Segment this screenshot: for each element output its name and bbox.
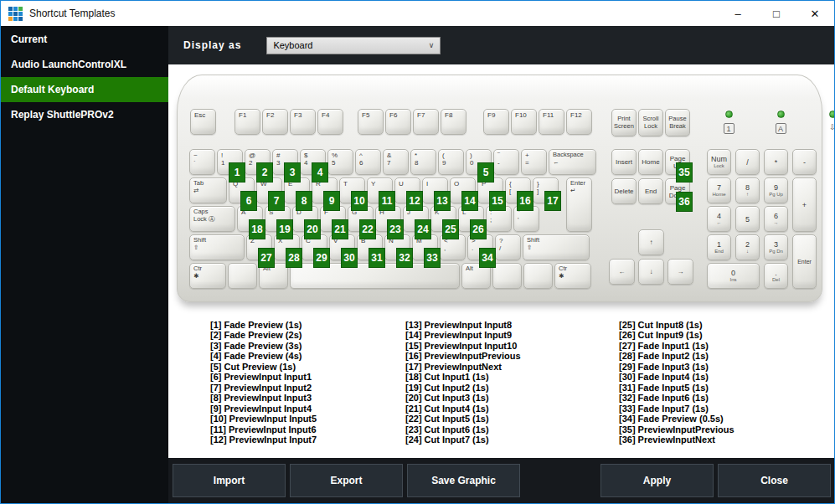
numpad-key-8[interactable]: 8↑ — [735, 177, 760, 203]
key-scroll-lock[interactable]: ScrollLock — [638, 109, 663, 136]
key-4[interactable]: $44 — [300, 149, 326, 175]
key-up[interactable]: PageUp35 — [665, 149, 690, 175]
key-insert[interactable]: Insert — [611, 149, 637, 175]
key-0[interactable]: )05 — [466, 149, 492, 175]
key-print-screen[interactable]: PrintScreen — [611, 109, 637, 136]
key-f3[interactable]: F3 — [290, 109, 316, 135]
key-shift-left[interactable]: Shift⇧ — [189, 234, 245, 260]
numpad-key-[interactable]: + — [792, 177, 817, 232]
import-button[interactable]: Import — [173, 464, 286, 497]
numpad-key-5[interactable]: 5 — [735, 206, 760, 232]
key-6[interactable]: ^6 — [355, 149, 381, 175]
shortcut-badge-19: 19 — [276, 219, 293, 239]
key-blank-key[interactable] — [228, 263, 257, 289]
key-f6[interactable]: F6 — [385, 109, 411, 135]
key-f5[interactable]: F5 — [358, 109, 384, 135]
save-graphic-button[interactable]: Save Graphic — [407, 464, 520, 497]
numpad-key-[interactable]: / — [735, 149, 760, 175]
key-sym[interactable]: {[16 — [505, 177, 531, 203]
key-f8[interactable]: F8 — [441, 109, 466, 135]
key-i[interactable]: I13 — [422, 177, 448, 203]
key-label: ↑ — [639, 230, 663, 255]
key-tab[interactable]: Tab⇄ — [189, 177, 227, 203]
export-button[interactable]: Export — [290, 464, 403, 497]
key-arrow-down[interactable]: ↓ — [638, 259, 664, 285]
sidebar-item-replay-shuttleprov2[interactable]: Replay ShuttlePROv2 — [1, 102, 168, 127]
key-home[interactable]: Home — [638, 149, 663, 175]
key-sym[interactable]: ?/ — [495, 234, 521, 260]
key-f7[interactable]: F7 — [413, 109, 439, 135]
key-7[interactable]: &7 — [383, 149, 409, 175]
key-blank-key[interactable] — [523, 263, 553, 289]
close-button[interactable]: Close — [718, 464, 831, 497]
key-2[interactable]: @22 — [245, 149, 271, 175]
key-o[interactable]: O14 — [450, 177, 476, 203]
key-t[interactable]: T10 — [339, 177, 365, 203]
key-pause-break[interactable]: PauseBreak — [665, 109, 690, 136]
numpad-key-0[interactable]: 0Ins — [707, 263, 760, 289]
apply-button[interactable]: Apply — [600, 464, 714, 497]
key-f10[interactable]: F10 — [511, 109, 537, 135]
display-as-dropdown[interactable]: Keyboard ∨ — [266, 37, 441, 54]
key-f1[interactable]: F1 — [235, 109, 260, 135]
numpad-key-1[interactable]: 1End — [707, 234, 731, 260]
key-label: !1 — [221, 152, 224, 167]
shortcut-badge-29: 29 — [313, 248, 330, 268]
sidebar-item-current[interactable]: Current — [1, 27, 168, 52]
sidebar-item-audio-launchcontrolxl[interactable]: Audio LaunchControlXL — [1, 52, 168, 77]
numpad-key-enter[interactable]: Enter — [792, 234, 817, 289]
numpad-key-num[interactable]: NumLock — [707, 149, 731, 175]
numpad-key-7[interactable]: 7Home — [707, 177, 731, 203]
maximize-button[interactable]: □ — [757, 1, 796, 26]
key-f2[interactable]: F2 — [262, 109, 288, 135]
close-button[interactable]: ✕ — [796, 1, 834, 26]
key-sym[interactable]: }]17 — [533, 177, 559, 203]
key-f12[interactable]: F12 — [566, 109, 592, 135]
numpad-key-9[interactable]: 9Pg Up — [764, 177, 788, 203]
key-esc[interactable]: Esc — [190, 109, 216, 135]
numpad-key-3[interactable]: 3Pg Dn — [764, 234, 788, 260]
key-label: NumLock — [708, 150, 730, 174]
key-8[interactable]: *8 — [410, 149, 436, 175]
key-caps-lock[interactable]: CapsLock Ⓐ — [189, 206, 235, 232]
key-1[interactable]: !11 — [217, 149, 243, 175]
shortcut-entry: [22] Cut Input5 (1s) — [405, 414, 521, 424]
numpad-key-[interactable]: - — [792, 149, 817, 175]
numpad-key-[interactable]: .Del — [764, 263, 788, 289]
key-label: Backspace← — [553, 152, 584, 166]
sidebar-item-default-keyboard[interactable]: Default Keyboard — [1, 77, 168, 102]
numpad-key-4[interactable]: 4← — [707, 206, 731, 232]
shortcut-entry: [26] Cut Input9 (1s) — [619, 330, 734, 340]
key-end[interactable]: End — [638, 178, 663, 204]
numpad-key-2[interactable]: 2↓ — [735, 234, 760, 260]
key-label: Enter↵ — [570, 180, 585, 194]
key-backspace[interactable]: Backspace← — [549, 149, 596, 175]
key-blank-key[interactable] — [492, 263, 522, 289]
key-enter[interactable]: Enter↵ — [566, 177, 592, 232]
key-label: Shift⇧ — [527, 237, 539, 251]
key-label: F6 — [389, 111, 397, 119]
numpad-key-6[interactable]: 6→ — [764, 206, 788, 232]
key-3[interactable]: #33 — [272, 149, 298, 175]
key-delete[interactable]: Delete — [611, 178, 637, 204]
key-ctrl-right[interactable]: Ctr✱ — [554, 263, 591, 289]
key-f11[interactable]: F11 — [539, 109, 564, 135]
key-arrow-left[interactable]: ← — [609, 259, 635, 285]
key-sym[interactable]: ~` — [189, 149, 215, 175]
key-5[interactable]: %5 — [327, 149, 353, 175]
key-ctrl-left[interactable]: Ctr✱ — [189, 263, 226, 289]
minimize-button[interactable]: – — [719, 1, 757, 26]
key-f9[interactable]: F9 — [483, 109, 509, 135]
key-sym[interactable]: += — [521, 149, 547, 175]
numpad: NumLock/*-7Home8↑9Pg Up+4←56→1End2↓3Pg D… — [707, 149, 818, 289]
key-shift-right[interactable]: Shift⇧ — [523, 234, 590, 260]
key-u[interactable]: U12 — [394, 177, 420, 203]
numpad-key-[interactable]: * — [764, 149, 788, 175]
key-label: F8 — [445, 111, 452, 119]
key-sym[interactable]: ‾- — [493, 149, 519, 175]
key-9[interactable]: (9 — [438, 149, 464, 175]
key-arrow-right[interactable]: → — [667, 259, 693, 285]
key-f4[interactable]: F4 — [317, 109, 343, 135]
key-arrow-up[interactable]: ↑ — [638, 229, 664, 255]
key-y[interactable]: Y11 — [367, 177, 393, 203]
